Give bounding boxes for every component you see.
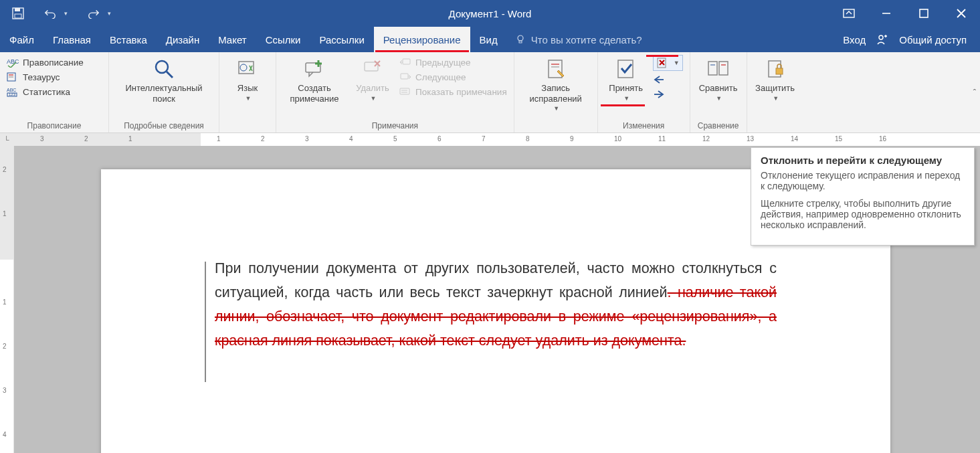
ruler-tick: 1 xyxy=(3,210,7,217)
svg-point-8 xyxy=(879,35,883,39)
new-comment-button[interactable]: Создать примечание xyxy=(280,55,349,106)
group-insights: Интеллектуальный поиск Подробные сведени… xyxy=(109,52,219,132)
ruler-tick: 4 xyxy=(349,135,353,143)
protect-button[interactable]: Защитить ▼ xyxy=(751,55,799,104)
ruler-tick: 3 xyxy=(40,135,44,143)
share-button[interactable]: Общий доступ xyxy=(892,34,973,46)
previous-change-button[interactable] xyxy=(653,74,683,86)
ruler-track: 21123456 xyxy=(0,146,13,453)
ruler-tick: 3 xyxy=(3,387,7,394)
tab-selector[interactable]: └ xyxy=(0,133,14,147)
spelling-button[interactable]: ABC Правописание xyxy=(7,56,84,68)
ruler-tick: 2 xyxy=(3,166,7,173)
ruler-tick: 12 xyxy=(702,135,710,143)
ruler-tick: 11 xyxy=(658,135,666,143)
svg-text:ABC: ABC xyxy=(7,58,19,65)
svg-rect-7 xyxy=(519,41,522,43)
maximize-icon[interactable] xyxy=(905,0,943,27)
delete-comment-icon xyxy=(361,58,384,80)
undo-icon[interactable] xyxy=(44,7,56,19)
svg-point-6 xyxy=(518,35,523,41)
close-icon[interactable] xyxy=(943,0,980,27)
tab-review[interactable]: Рецензирование xyxy=(374,27,470,52)
vertical-ruler[interactable]: 21123456 xyxy=(0,146,14,453)
thesaurus-button[interactable]: Тезаурус xyxy=(7,71,84,83)
ruler-tick: 6 xyxy=(437,135,442,143)
previous-comment-icon xyxy=(399,56,411,68)
document-body[interactable]: При получении документа от других пользо… xyxy=(215,256,777,353)
compare-icon xyxy=(707,58,730,80)
tab-references[interactable]: Ссылки xyxy=(256,27,310,52)
tab-layout[interactable]: Макет xyxy=(209,27,256,52)
word-count-button[interactable]: ABC123 Статистика xyxy=(7,86,84,98)
svg-point-19 xyxy=(240,64,247,71)
ruler-tick: 10 xyxy=(614,135,621,143)
accept-label: Принять xyxy=(609,83,643,94)
collapse-ribbon-icon[interactable]: ˆ xyxy=(973,88,976,98)
tab-file[interactable]: Файл xyxy=(0,27,43,52)
protect-label: Защитить xyxy=(755,83,795,94)
group-proofing: ABC Правописание Тезаурус ABC123 Статист… xyxy=(0,52,109,132)
show-comments-icon xyxy=(399,86,411,98)
svg-rect-29 xyxy=(549,60,562,78)
svg-line-17 xyxy=(167,72,173,78)
qat-customize-icon[interactable]: ▾ xyxy=(108,10,111,17)
ruler-tick: 16 xyxy=(879,135,886,143)
ruler-tick: 1 xyxy=(128,135,132,143)
language-button[interactable]: Язык ▼ xyxy=(223,55,272,104)
track-changes-button[interactable]: Запись исправлений ▼ xyxy=(518,55,593,115)
reject-button[interactable]: ▼ xyxy=(653,55,683,71)
ruler-tick: 14 xyxy=(791,135,798,143)
reject-icon xyxy=(656,57,668,69)
accept-button[interactable]: Принять ▼ xyxy=(602,55,650,104)
track-changes-label: Запись исправлений xyxy=(522,83,589,104)
thesaurus-label: Тезаурус xyxy=(23,72,60,82)
group-label-changes: Изменения xyxy=(602,120,686,132)
undo-dropdown-icon[interactable]: ▾ xyxy=(64,10,68,17)
tab-view[interactable]: Вид xyxy=(470,27,507,52)
tooltip-reject-next: Отклонить и перейти к следующему Отклоне… xyxy=(751,147,975,246)
tab-home[interactable]: Главная xyxy=(43,27,100,52)
group-label-compare: Сравнение xyxy=(694,120,743,132)
spelling-label: Правописание xyxy=(23,58,84,68)
document-area: 21123456 При получении документа от друг… xyxy=(0,146,980,453)
ruler-tick: 7 xyxy=(482,135,486,143)
chevron-down-icon[interactable]: ▼ xyxy=(674,60,680,66)
statistics-icon: ABC123 xyxy=(7,86,19,98)
redo-icon[interactable] xyxy=(88,7,100,19)
svg-rect-26 xyxy=(400,88,409,94)
delete-comment-button: Удалить ▼ xyxy=(349,55,397,104)
save-icon[interactable] xyxy=(12,7,24,19)
next-change-button[interactable] xyxy=(653,88,683,100)
ruler-tick: 8 xyxy=(526,135,530,143)
spelling-icon: ABC xyxy=(7,56,19,68)
smart-lookup-button[interactable]: Интеллектуальный поиск xyxy=(113,55,215,106)
thesaurus-icon xyxy=(7,71,19,83)
language-icon xyxy=(236,58,259,80)
ruler-tick: 1 xyxy=(217,135,221,143)
show-comments-button: Показать примечания xyxy=(399,86,507,98)
svg-rect-36 xyxy=(708,62,717,75)
document-canvas[interactable]: При получении документа от других пользо… xyxy=(14,146,980,453)
svg-rect-41 xyxy=(776,68,783,74)
ruler-tick: 15 xyxy=(835,135,842,143)
horizontal-ruler[interactable]: └ 32112345678910111213141516 xyxy=(0,133,980,147)
minimize-icon[interactable] xyxy=(868,0,905,27)
svg-text:ABC: ABC xyxy=(7,88,16,92)
tab-mailings[interactable]: Рассылки xyxy=(310,27,373,52)
group-language: Язык ▼ xyxy=(219,52,276,132)
svg-rect-23 xyxy=(365,62,378,71)
tab-insert[interactable]: Вставка xyxy=(100,27,157,52)
change-indicator-bar[interactable] xyxy=(205,262,206,382)
tooltip-title: Отклонить и перейти к следующему xyxy=(761,155,965,166)
compare-button[interactable]: Сравнить ▼ xyxy=(694,55,743,104)
signin-link[interactable]: Вход xyxy=(836,34,872,46)
tooltip-text: Щелкните стрелку, чтобы выполнить другие… xyxy=(761,198,965,230)
ribbon-display-options-icon[interactable] xyxy=(830,0,868,27)
ruler-tick: 13 xyxy=(747,135,754,143)
group-label-comments: Примечания xyxy=(280,120,510,132)
window-controls xyxy=(830,0,980,27)
tell-me-search[interactable]: Что вы хотите сделать? xyxy=(507,27,650,52)
delete-comment-label: Удалить xyxy=(356,83,389,94)
tab-design[interactable]: Дизайн xyxy=(157,27,209,52)
